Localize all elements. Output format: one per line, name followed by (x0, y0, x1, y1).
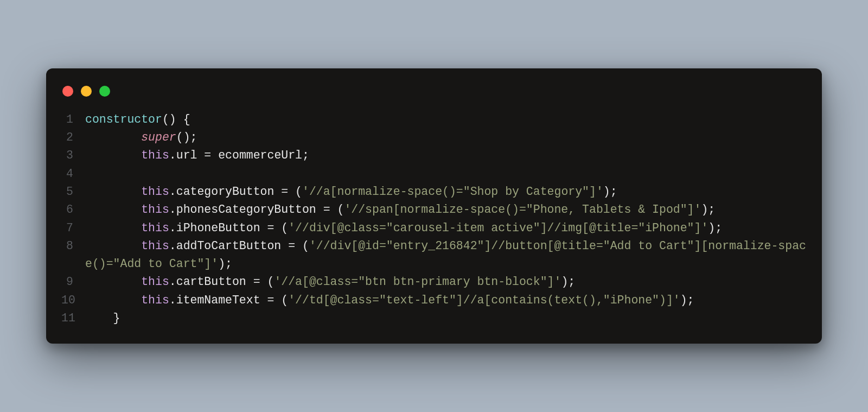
code-line-content[interactable]: this.url = ecommerceUrl; (85, 147, 807, 164)
token-kw: constructor (85, 113, 162, 126)
token-punct: ); (561, 275, 575, 288)
token-this: this (141, 294, 169, 307)
line-number: 4 (61, 165, 85, 183)
token-this: this (141, 203, 169, 216)
code-line-content[interactable]: } (85, 309, 807, 327)
indent (85, 275, 141, 288)
token-op: = (246, 275, 267, 288)
code-line[interactable]: 1constructor() { (61, 111, 807, 129)
line-number: 1 (61, 111, 85, 129)
line-number: 10 (61, 291, 85, 309)
token-op: = (260, 294, 282, 307)
token-punct: ); (218, 257, 232, 270)
token-str: '//div[@class="carousel-item active"]//i… (288, 221, 708, 234)
token-op: = (316, 203, 337, 216)
token-punct: (); (176, 131, 197, 144)
code-line[interactable]: 5 this.categoryButton = ('//a[normalize-… (61, 183, 807, 201)
token-this: this (141, 185, 169, 198)
indent (85, 131, 141, 144)
token-punct: () { (162, 113, 190, 126)
line-number: 7 (61, 219, 85, 237)
token-punct: } (113, 312, 120, 325)
zoom-icon[interactable] (99, 86, 110, 97)
token-punct: ( (267, 275, 274, 288)
code-line[interactable]: 8 this.addToCartButton = ('//div[@id="en… (61, 237, 807, 274)
token-str: '//span[normalize-space()="Phone, Tablet… (344, 203, 701, 216)
token-punct: ( (295, 185, 302, 198)
token-punct: . (169, 149, 176, 162)
minimize-icon[interactable] (81, 86, 92, 97)
token-op: = (197, 149, 218, 162)
token-prop: addToCartButton (176, 239, 282, 252)
line-number: 5 (61, 183, 85, 201)
token-punct: ; (302, 149, 309, 162)
token-punct: . (169, 239, 176, 252)
line-number: 9 (61, 273, 85, 291)
code-editor[interactable]: 1constructor() {2 super();3 this.url = e… (61, 111, 807, 328)
token-prop: url (176, 149, 197, 162)
token-punct: ); (708, 221, 722, 234)
code-line[interactable]: 6 this.phonesCategoryButton = ('//span[n… (61, 201, 807, 219)
code-line-content[interactable]: this.cartButton = ('//a[@class="btn btn-… (85, 273, 807, 291)
window-controls (61, 84, 807, 111)
token-str: '//td[@class="text-left"]//a[contains(te… (288, 294, 680, 307)
token-str: '//a[normalize-space()="Shop by Category… (302, 185, 603, 198)
token-punct: . (169, 203, 176, 216)
code-window: 1constructor() {2 super();3 this.url = e… (46, 68, 822, 344)
code-line[interactable]: 10 this.itemNameText = ('//td[@class="te… (61, 291, 807, 309)
code-line[interactable]: 9 this.cartButton = ('//a[@class="btn bt… (61, 273, 807, 291)
indent (85, 294, 141, 307)
indent (85, 239, 141, 252)
code-line-content[interactable]: this.itemNameText = ('//td[@class="text-… (85, 291, 807, 309)
token-prop: iPhoneButton (176, 221, 260, 234)
token-this: this (141, 221, 169, 234)
token-ident: ecommerceUrl (218, 149, 302, 162)
code-line[interactable]: 4 (61, 165, 807, 183)
code-line-content[interactable]: this.categoryButton = ('//a[normalize-sp… (85, 183, 807, 201)
token-punct: ); (680, 294, 694, 307)
indent (85, 149, 141, 162)
indent (85, 221, 141, 234)
code-line-content[interactable]: this.iPhoneButton = ('//div[@class="caro… (85, 219, 807, 237)
indent (85, 312, 113, 325)
token-punct: . (169, 221, 176, 234)
indent (85, 185, 141, 198)
token-prop: cartButton (176, 275, 246, 288)
token-prop: categoryButton (176, 185, 275, 198)
code-line-content[interactable]: this.addToCartButton = ('//div[@id="entr… (85, 237, 807, 274)
token-punct: ); (701, 203, 715, 216)
token-op: = (274, 185, 295, 198)
token-super: super (141, 131, 176, 144)
code-line[interactable]: 11 } (61, 309, 807, 327)
code-line-content[interactable]: super(); (85, 129, 807, 147)
line-number: 8 (61, 237, 85, 255)
token-op: = (260, 221, 282, 234)
line-number: 11 (61, 309, 85, 327)
line-number: 3 (61, 147, 85, 164)
token-punct: ); (603, 185, 617, 198)
token-prop: phonesCategoryButton (176, 203, 316, 216)
code-line-content[interactable]: constructor() { (85, 111, 807, 129)
close-icon[interactable] (62, 86, 73, 97)
token-punct: ( (281, 294, 288, 307)
token-punct: ( (302, 239, 309, 252)
token-op: = (281, 239, 302, 252)
code-line-content[interactable]: this.phonesCategoryButton = ('//span[nor… (85, 201, 807, 219)
code-line[interactable]: 7 this.iPhoneButton = ('//div[@class="ca… (61, 219, 807, 237)
code-line[interactable]: 3 this.url = ecommerceUrl; (61, 147, 807, 164)
token-punct: ( (281, 221, 288, 234)
token-this: this (141, 275, 169, 288)
token-this: this (141, 149, 169, 162)
token-punct: . (169, 275, 176, 288)
token-this: this (141, 239, 169, 252)
code-line[interactable]: 2 super(); (61, 129, 807, 147)
indent (85, 203, 141, 216)
token-prop: itemNameText (176, 294, 260, 307)
token-punct: . (169, 185, 176, 198)
token-str: '//a[@class="btn btn-primary btn-block"]… (274, 275, 561, 288)
token-punct: ( (337, 203, 344, 216)
token-punct: . (169, 294, 176, 307)
line-number: 6 (61, 201, 85, 219)
line-number: 2 (61, 129, 85, 147)
